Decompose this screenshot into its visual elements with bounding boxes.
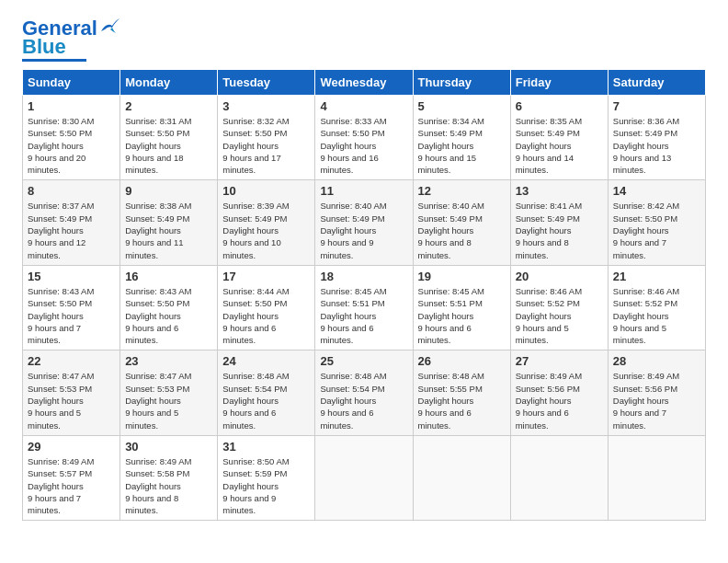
calendar-cell: 18 Sunrise: 8:45 AM Sunset: 5:51 PM Dayl… — [315, 265, 413, 350]
calendar-cell: 28 Sunrise: 8:49 AM Sunset: 5:56 PM Dayl… — [608, 350, 705, 435]
calendar-cell: 17 Sunrise: 8:44 AM Sunset: 5:50 PM Dayl… — [218, 265, 315, 350]
day-details: Sunrise: 8:47 AM Sunset: 5:53 PM Dayligh… — [125, 370, 212, 431]
day-number: 4 — [320, 99, 407, 113]
calendar-week-row: 15 Sunrise: 8:43 AM Sunset: 5:50 PM Dayl… — [23, 265, 706, 350]
day-details: Sunrise: 8:45 AM Sunset: 5:51 PM Dayligh… — [418, 285, 506, 346]
day-number: 23 — [125, 354, 212, 368]
day-details: Sunrise: 8:34 AM Sunset: 5:49 PM Dayligh… — [418, 115, 506, 176]
day-number: 5 — [418, 99, 506, 113]
day-number: 31 — [222, 440, 310, 454]
day-number: 7 — [613, 99, 700, 113]
logo-bird-icon — [99, 18, 119, 35]
calendar-cell: 5 Sunrise: 8:34 AM Sunset: 5:49 PM Dayli… — [413, 96, 510, 180]
day-number: 18 — [320, 270, 407, 283]
day-details: Sunrise: 8:48 AM Sunset: 5:54 PM Dayligh… — [320, 370, 407, 431]
day-details: Sunrise: 8:49 AM Sunset: 5:57 PM Dayligh… — [28, 455, 115, 516]
calendar-cell: 12 Sunrise: 8:40 AM Sunset: 5:49 PM Dayl… — [413, 180, 510, 265]
day-details: Sunrise: 8:43 AM Sunset: 5:50 PM Dayligh… — [125, 285, 212, 346]
weekday-header-tuesday: Tuesday — [218, 70, 315, 96]
day-number: 28 — [613, 354, 700, 368]
calendar-cell: 24 Sunrise: 8:48 AM Sunset: 5:54 PM Dayl… — [218, 350, 315, 435]
calendar-cell — [510, 435, 608, 520]
day-number: 12 — [418, 184, 506, 198]
day-details: Sunrise: 8:31 AM Sunset: 5:50 PM Dayligh… — [125, 115, 212, 176]
calendar-cell: 21 Sunrise: 8:46 AM Sunset: 5:52 PM Dayl… — [608, 265, 705, 350]
day-number: 21 — [613, 270, 700, 283]
calendar-week-row: 1 Sunrise: 8:30 AM Sunset: 5:50 PM Dayli… — [23, 96, 706, 180]
calendar-week-row: 22 Sunrise: 8:47 AM Sunset: 5:53 PM Dayl… — [23, 350, 706, 435]
day-number: 11 — [320, 184, 407, 198]
weekday-header-sunday: Sunday — [23, 70, 120, 96]
day-number: 14 — [613, 184, 700, 198]
day-number: 25 — [320, 354, 407, 368]
day-number: 27 — [516, 354, 603, 368]
calendar-cell — [608, 435, 705, 520]
calendar-cell: 15 Sunrise: 8:43 AM Sunset: 5:50 PM Dayl… — [23, 265, 120, 350]
day-details: Sunrise: 8:42 AM Sunset: 5:50 PM Dayligh… — [613, 200, 700, 260]
day-details: Sunrise: 8:35 AM Sunset: 5:49 PM Dayligh… — [516, 115, 603, 176]
day-details: Sunrise: 8:37 AM Sunset: 5:49 PM Dayligh… — [28, 200, 115, 260]
day-details: Sunrise: 8:48 AM Sunset: 5:55 PM Dayligh… — [418, 370, 506, 431]
logo-underline — [22, 59, 86, 62]
day-number: 2 — [125, 99, 212, 113]
calendar-cell: 26 Sunrise: 8:48 AM Sunset: 5:55 PM Dayl… — [413, 350, 510, 435]
calendar-cell: 27 Sunrise: 8:49 AM Sunset: 5:56 PM Dayl… — [510, 350, 608, 435]
day-details: Sunrise: 8:44 AM Sunset: 5:50 PM Dayligh… — [222, 285, 310, 346]
calendar-cell: 31 Sunrise: 8:50 AM Sunset: 5:59 PM Dayl… — [218, 435, 315, 520]
calendar-cell: 16 Sunrise: 8:43 AM Sunset: 5:50 PM Dayl… — [120, 265, 218, 350]
calendar-cell: 19 Sunrise: 8:45 AM Sunset: 5:51 PM Dayl… — [413, 265, 510, 350]
day-details: Sunrise: 8:33 AM Sunset: 5:50 PM Dayligh… — [320, 115, 407, 176]
logo: General Blue — [22, 18, 119, 62]
day-details: Sunrise: 8:40 AM Sunset: 5:49 PM Dayligh… — [320, 200, 407, 260]
calendar-cell: 25 Sunrise: 8:48 AM Sunset: 5:54 PM Dayl… — [315, 350, 413, 435]
calendar-cell: 7 Sunrise: 8:36 AM Sunset: 5:49 PM Dayli… — [608, 96, 705, 180]
day-details: Sunrise: 8:48 AM Sunset: 5:54 PM Dayligh… — [222, 370, 310, 431]
day-number: 29 — [28, 440, 115, 454]
day-details: Sunrise: 8:49 AM Sunset: 5:56 PM Dayligh… — [613, 370, 700, 431]
calendar-cell: 13 Sunrise: 8:41 AM Sunset: 5:49 PM Dayl… — [510, 180, 608, 265]
day-details: Sunrise: 8:41 AM Sunset: 5:49 PM Dayligh… — [516, 200, 603, 260]
day-number: 9 — [125, 184, 212, 198]
day-details: Sunrise: 8:32 AM Sunset: 5:50 PM Dayligh… — [222, 115, 310, 176]
calendar-cell: 22 Sunrise: 8:47 AM Sunset: 5:53 PM Dayl… — [23, 350, 120, 435]
logo-blue-text: Blue — [22, 37, 66, 57]
weekday-header-wednesday: Wednesday — [315, 70, 413, 96]
calendar-cell: 14 Sunrise: 8:42 AM Sunset: 5:50 PM Dayl… — [608, 180, 705, 265]
day-details: Sunrise: 8:47 AM Sunset: 5:53 PM Dayligh… — [28, 370, 115, 431]
day-details: Sunrise: 8:30 AM Sunset: 5:50 PM Dayligh… — [28, 115, 115, 176]
day-details: Sunrise: 8:49 AM Sunset: 5:56 PM Dayligh… — [516, 370, 603, 431]
calendar-header-row: SundayMondayTuesdayWednesdayThursdayFrid… — [23, 70, 706, 96]
day-number: 8 — [28, 184, 115, 198]
calendar-cell: 11 Sunrise: 8:40 AM Sunset: 5:49 PM Dayl… — [315, 180, 413, 265]
day-details: Sunrise: 8:36 AM Sunset: 5:49 PM Dayligh… — [613, 115, 700, 176]
calendar-cell — [413, 435, 510, 520]
calendar-table: SundayMondayTuesdayWednesdayThursdayFrid… — [22, 69, 706, 521]
calendar-week-row: 29 Sunrise: 8:49 AM Sunset: 5:57 PM Dayl… — [23, 435, 706, 520]
calendar-cell: 2 Sunrise: 8:31 AM Sunset: 5:50 PM Dayli… — [120, 96, 218, 180]
day-details: Sunrise: 8:40 AM Sunset: 5:49 PM Dayligh… — [418, 200, 506, 260]
day-number: 17 — [222, 270, 310, 283]
calendar-cell: 9 Sunrise: 8:38 AM Sunset: 5:49 PM Dayli… — [120, 180, 218, 265]
calendar-cell: 4 Sunrise: 8:33 AM Sunset: 5:50 PM Dayli… — [315, 96, 413, 180]
day-number: 19 — [418, 270, 506, 283]
weekday-header-friday: Friday — [510, 70, 608, 96]
calendar-cell: 30 Sunrise: 8:49 AM Sunset: 5:58 PM Dayl… — [120, 435, 218, 520]
weekday-header-monday: Monday — [120, 70, 218, 96]
day-details: Sunrise: 8:45 AM Sunset: 5:51 PM Dayligh… — [320, 285, 407, 346]
day-number: 30 — [125, 440, 212, 454]
day-number: 16 — [125, 270, 212, 283]
weekday-header-saturday: Saturday — [608, 70, 705, 96]
day-details: Sunrise: 8:38 AM Sunset: 5:49 PM Dayligh… — [125, 200, 212, 260]
day-number: 10 — [222, 184, 310, 198]
day-details: Sunrise: 8:50 AM Sunset: 5:59 PM Dayligh… — [222, 455, 310, 516]
calendar-week-row: 8 Sunrise: 8:37 AM Sunset: 5:49 PM Dayli… — [23, 180, 706, 265]
calendar-cell: 8 Sunrise: 8:37 AM Sunset: 5:49 PM Dayli… — [23, 180, 120, 265]
calendar-cell: 6 Sunrise: 8:35 AM Sunset: 5:49 PM Dayli… — [510, 96, 608, 180]
header: General Blue — [22, 18, 706, 62]
day-number: 24 — [222, 354, 310, 368]
day-details: Sunrise: 8:39 AM Sunset: 5:49 PM Dayligh… — [222, 200, 310, 260]
day-number: 1 — [28, 99, 115, 113]
day-number: 15 — [28, 270, 115, 283]
day-number: 20 — [516, 270, 603, 283]
day-number: 3 — [222, 99, 310, 113]
